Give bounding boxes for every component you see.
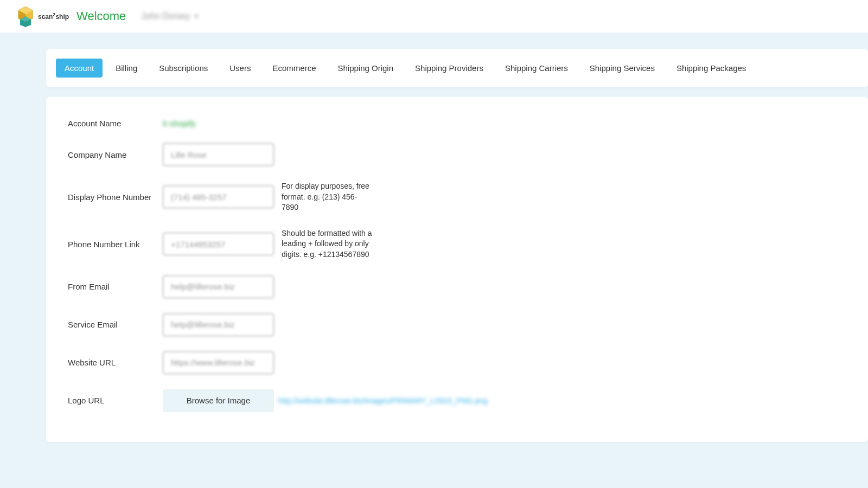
page-body: Account Billing Subscriptions Users Ecom… [0,33,868,488]
tabs-container: Account Billing Subscriptions Users Ecom… [46,49,868,87]
input-company-name[interactable] [163,143,274,166]
input-from-email[interactable] [163,275,274,298]
chevron-down-icon: ▼ [193,13,199,20]
row-from-email: From Email [68,275,846,298]
value-account-name: lr-shopify [163,119,196,128]
label-from-email: From Email [68,282,163,291]
hint-display-phone: For display purposes, free format. e.g. … [282,181,374,213]
row-display-phone: Display Phone Number For display purpose… [68,181,846,213]
label-website-url: Website URL [68,358,163,367]
label-phone-link: Phone Number Link [68,240,163,249]
tab-billing[interactable]: Billing [107,59,146,78]
label-account-name: Account Name [68,119,163,128]
row-service-email: Service Email [68,313,846,336]
label-company-name: Company Name [68,150,163,159]
label-service-email: Service Email [68,320,163,329]
tab-account[interactable]: Account [56,59,103,78]
label-logo-url: Logo URL [68,396,163,405]
label-display-phone: Display Phone Number [68,192,163,202]
tab-shipping-carriers[interactable]: Shipping Carriers [496,59,577,78]
input-phone-link[interactable] [163,233,274,255]
row-website-url: Website URL [68,351,846,374]
tab-shipping-providers[interactable]: Shipping Providers [406,59,492,78]
row-logo-url: Logo URL Browse for Image http://website… [68,389,846,412]
tab-shipping-packages[interactable]: Shipping Packages [668,59,755,78]
logo-icon [16,5,35,27]
tab-shipping-services[interactable]: Shipping Services [581,59,663,78]
row-phone-link: Phone Number Link Should be formatted wi… [68,228,846,260]
input-website-url[interactable] [163,351,274,374]
tab-ecommerce[interactable]: Ecommerce [264,59,324,78]
hint-phone-link: Should be formatted with a leading + fol… [282,228,374,260]
value-logo-url: http://website.lillerose.biz/images/PRIM… [278,396,488,405]
input-display-phone[interactable] [163,185,274,208]
row-company-name: Company Name [68,143,846,166]
tab-shipping-origin[interactable]: Shipping Origin [329,59,402,78]
tabs: Account Billing Subscriptions Users Ecom… [56,59,852,78]
user-name: John Dorsey [141,11,190,21]
browse-image-button[interactable]: Browse for Image [163,389,274,412]
account-form: Account Name lr-shopify Company Name Dis… [46,97,868,442]
user-dropdown[interactable]: John Dorsey ▼ [141,11,199,21]
app-header: scan2ship Welcome John Dorsey ▼ [0,0,868,33]
tab-subscriptions[interactable]: Subscriptions [150,59,216,78]
tab-users[interactable]: Users [221,59,259,78]
logo-block: scan2ship [16,5,69,27]
row-account-name: Account Name lr-shopify [68,119,846,128]
welcome-text: Welcome [76,9,126,23]
input-service-email[interactable] [163,313,274,336]
brand-text: scan2ship [38,12,69,21]
